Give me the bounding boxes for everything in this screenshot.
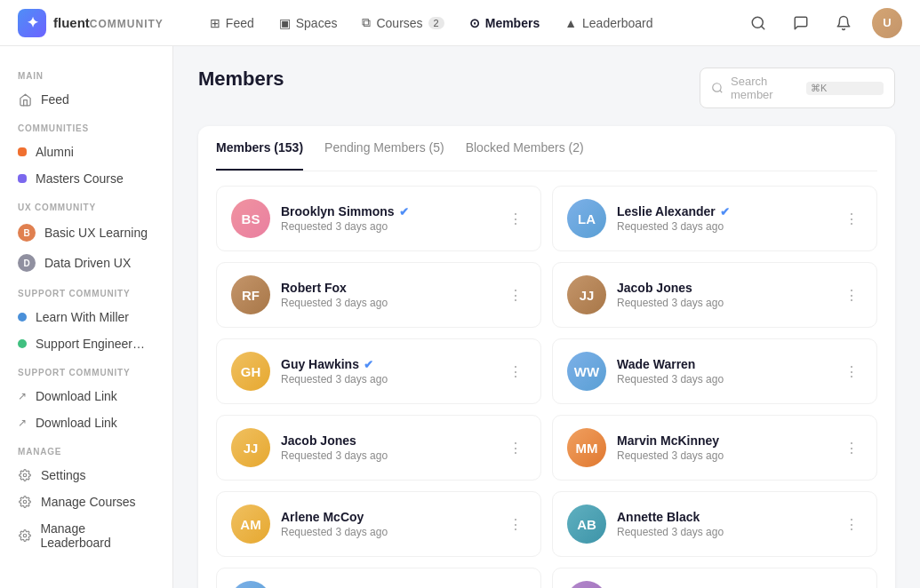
logo-text: fluentCOMMUNITY (53, 15, 164, 30)
nav-members[interactable]: ⊙ Members (459, 11, 550, 36)
member-name-row: Arlene McCoy (281, 510, 494, 524)
member-name-text: Jacob Jones (617, 281, 692, 295)
member-status: Requested 3 days ago (617, 297, 830, 309)
member-menu-button[interactable]: ⋮ (841, 360, 862, 384)
member-menu-button[interactable]: ⋮ (841, 436, 862, 460)
nav-feed[interactable]: ⊞ Feed (199, 11, 265, 36)
sidebar-section-ux: UX COMMUNITY (11, 192, 162, 218)
sidebar-item-learn-miller[interactable]: Learn With Miller (11, 304, 162, 330)
bell-icon-btn[interactable] (829, 9, 858, 37)
link-icon-2: ↗ (18, 417, 27, 429)
member-menu-button[interactable]: ⋮ (505, 207, 526, 231)
sidebar: MAIN Feed COMMUNITIES Alumni Masters Cou… (0, 46, 173, 588)
member-name-text: Leslie Alexander (617, 204, 716, 219)
member-menu-button[interactable]: ⋮ (505, 436, 526, 460)
logo[interactable]: ✦ fluentCOMMUNITY (18, 9, 164, 37)
member-card: LA Leslie Alexander ✔ Requested 3 days a… (552, 186, 877, 251)
courses-icon: ⧉ (362, 15, 371, 30)
support-eng-dot (18, 339, 27, 348)
member-name-row: Jacob Jones (617, 281, 830, 295)
nav-spaces[interactable]: ▣ Spaces (268, 11, 348, 36)
home-icon: ⊞ (210, 16, 220, 30)
member-name-text: Annette Black (617, 510, 700, 524)
sidebar-item-basic-ux[interactable]: B Basic UX Learning (11, 218, 162, 248)
nav-items: ⊞ Feed ▣ Spaces ⧉ Courses 2 ⊙ Members ▲ … (199, 10, 664, 36)
sidebar-item-data-driven[interactable]: D Data Driven UX (11, 248, 162, 278)
user-avatar[interactable]: U (872, 8, 902, 38)
member-name-text: Robert Fox (281, 281, 347, 295)
spaces-icon: ▣ (279, 16, 291, 30)
svg-line-1 (761, 26, 764, 28)
page-header: Members Search member ⌘K (198, 68, 895, 108)
nav-courses[interactable]: ⧉ Courses 2 (351, 10, 454, 36)
sidebar-item-manage-leaderboard[interactable]: Manage Leaderboard (11, 515, 162, 556)
member-card: MM Marvin McKinney Requested 3 days ago … (552, 415, 877, 481)
courses-badge: 2 (428, 17, 444, 29)
nav-leaderboard[interactable]: ▲ Leaderboard (554, 11, 663, 36)
member-status: Requested 3 days ago (281, 220, 494, 233)
sidebar-item-download-1[interactable]: ↗ Download Link (11, 383, 162, 409)
search-shortcut: ⌘K (806, 82, 884, 95)
member-card: DL Devon Lane Requested 3 days ago ⋮ (552, 568, 877, 588)
member-name-row: Jacob Jones (281, 433, 494, 448)
member-card: JJ Jacob Jones Requested 3 days ago ⋮ (552, 262, 877, 328)
member-status: Requested 3 days ago (281, 526, 494, 538)
member-name-row: Wade Warren (617, 357, 830, 371)
member-menu-button[interactable]: ⋮ (841, 207, 862, 231)
member-menu-button[interactable]: ⋮ (841, 513, 862, 536)
member-avatar: MM (567, 428, 606, 467)
sidebar-item-masters[interactable]: Masters Course (11, 165, 162, 192)
sidebar-item-settings[interactable]: Settings (11, 462, 162, 489)
tab-pending[interactable]: Pending Members (5) (324, 126, 444, 171)
sidebar-item-alumni[interactable]: Alumni (11, 139, 162, 165)
member-info: Jacob Jones Requested 3 days ago (281, 433, 494, 462)
member-name-row: Leslie Alexander ✔ (617, 204, 830, 219)
basic-ux-avatar: B (18, 224, 36, 242)
manage-leaderboard-icon (18, 528, 31, 543)
search-bar[interactable]: Search member ⌘K (700, 68, 895, 108)
member-menu-button[interactable]: ⋮ (505, 513, 526, 536)
tab-members[interactable]: Members (153) (216, 126, 303, 171)
member-menu-button[interactable]: ⋮ (505, 360, 526, 384)
verified-icon: ✔ (364, 358, 373, 371)
search-icon (711, 82, 724, 94)
nav-right: U (744, 8, 902, 38)
sidebar-item-manage-courses[interactable]: Manage Courses (11, 489, 162, 515)
member-card: GH Guy Hawkins ✔ Requested 3 days ago ⋮ (216, 338, 541, 404)
member-avatar: AM (231, 505, 270, 544)
search-placeholder: Search member (731, 75, 799, 101)
member-info: Arlene McCoy Requested 3 days ago (281, 510, 494, 538)
tab-blocked[interactable]: Blocked Members (2) (466, 126, 584, 171)
member-name-row: Guy Hawkins ✔ (281, 357, 494, 371)
member-avatar: BS (231, 199, 270, 238)
member-info: Brooklyn Simmons ✔ Requested 3 days ago (281, 204, 494, 233)
learn-miller-dot (18, 313, 27, 322)
member-status: Requested 3 days ago (617, 449, 830, 462)
member-name-text: Brooklyn Simmons (281, 204, 395, 219)
member-name-text: Jacob Jones (281, 433, 356, 448)
sidebar-item-feed[interactable]: Feed (11, 86, 162, 113)
settings-icon (18, 468, 32, 482)
search-icon-btn[interactable] (744, 9, 772, 37)
sidebar-section-communities: COMMUNITIES (11, 113, 162, 139)
member-status: Requested 3 days ago (281, 297, 494, 309)
chat-icon-btn[interactable] (787, 9, 815, 37)
svg-point-2 (23, 473, 27, 477)
member-name-row: Robert Fox (281, 281, 494, 295)
verified-icon: ✔ (720, 205, 730, 219)
member-name-text: Wade Warren (617, 357, 695, 371)
member-menu-button[interactable]: ⋮ (841, 283, 862, 307)
member-info: Robert Fox Requested 3 days ago (281, 281, 494, 309)
sidebar-item-support-eng[interactable]: Support Engineer… (11, 330, 162, 357)
member-info: Wade Warren Requested 3 days ago (617, 357, 830, 385)
member-card: JJ Jacob Jones Requested 3 days ago ⋮ (216, 415, 541, 481)
sidebar-section-support2: SUPPORT COMMUNITY (11, 357, 162, 383)
member-name-row: Marvin McKinney (617, 433, 830, 448)
masters-dot (18, 174, 27, 183)
member-info: Guy Hawkins ✔ Requested 3 days ago (281, 357, 494, 385)
sidebar-item-download-2[interactable]: ↗ Download Link (11, 409, 162, 436)
member-status: Requested 3 days ago (617, 373, 830, 385)
members-icon: ⊙ (469, 16, 480, 30)
member-avatar: LA (567, 199, 606, 238)
member-menu-button[interactable]: ⋮ (505, 283, 526, 307)
